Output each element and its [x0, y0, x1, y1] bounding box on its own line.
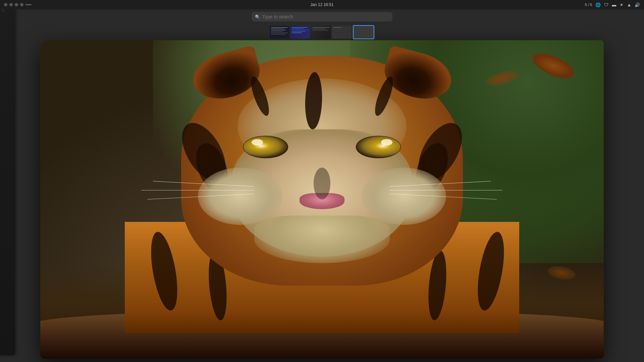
nose-bridge — [314, 168, 330, 199]
tiger-cheek-left — [198, 168, 282, 225]
thumbnail-3[interactable] — [311, 26, 331, 39]
main-photo-window — [40, 40, 604, 359]
datetime-display: Jan 12 16:51 — [310, 2, 333, 7]
tiger-chin — [254, 216, 389, 263]
network-globe-icon[interactable]: 🌐 — [595, 2, 601, 7]
thumbnail-2[interactable] — [290, 26, 310, 39]
tiger-eye-left — [243, 136, 288, 158]
shield-icon[interactable]: 🛡 — [604, 2, 608, 7]
main-content-area — [0, 40, 644, 362]
search-area: 🔍 — [252, 9, 392, 23]
topbar-left — [4, 3, 32, 6]
brightness-icon[interactable]: ☀ — [620, 2, 624, 7]
traffic-dot-2 — [9, 3, 13, 6]
whisker-right-2 — [390, 190, 502, 190]
search-input[interactable] — [252, 12, 392, 21]
volume-icon[interactable]: 🔊 — [635, 2, 640, 7]
window-counter: 5 / 5 — [585, 3, 592, 7]
datetime-text: Jan 12 16:51 — [310, 2, 333, 7]
eye-shine-left — [252, 139, 263, 145]
traffic-dot-3 — [15, 3, 18, 6]
thumbnail-strip — [270, 25, 374, 39]
thumbnail-1[interactable] — [270, 26, 289, 39]
traffic-dot-4 — [20, 3, 23, 6]
display-icon[interactable]: ▬ — [612, 2, 616, 7]
menu-bar: Jan 12 16:51 5 / 5 🌐 🛡 ▬ ☀ ▲ 🔊 — [0, 0, 644, 9]
wifi-icon[interactable]: ▲ — [627, 2, 631, 7]
system-tray: 5 / 5 🌐 🛡 ▬ ☀ ▲ 🔊 — [585, 2, 640, 7]
tiger-cheek-right — [362, 168, 446, 225]
eye-shine-right — [381, 139, 392, 145]
whisker-left-2 — [142, 190, 254, 190]
thumbnail-4[interactable] — [332, 26, 352, 39]
tiger-photo — [40, 40, 604, 359]
tiger-eye-right — [356, 136, 401, 158]
traffic-dash — [25, 4, 32, 5]
thumbnail-5-active[interactable] — [353, 25, 374, 39]
traffic-dot-1 — [4, 3, 7, 6]
